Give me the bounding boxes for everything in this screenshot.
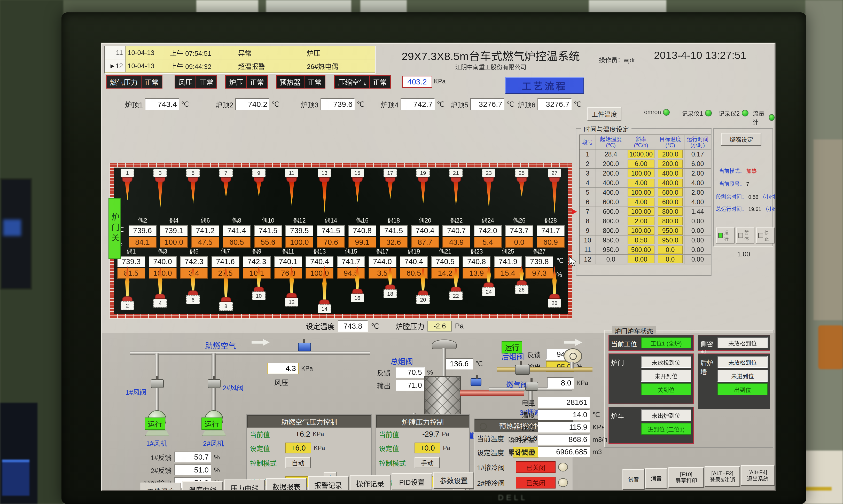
burner-number: 2: [121, 301, 134, 310]
run-button[interactable]: 运行: [716, 228, 735, 244]
air-control-valve-icon[interactable]: [298, 343, 311, 352]
nav-button-参数设置[interactable]: 参数设置: [433, 472, 474, 489]
nav-button-工件温度[interactable]: 工件温度: [141, 483, 181, 491]
operator-name: wjdr: [624, 56, 635, 64]
schedule-cell[interactable]: 100.00: [626, 207, 656, 216]
burner-number: 24: [482, 287, 495, 296]
schedule-cell[interactable]: 0.00: [626, 255, 656, 264]
schedule-cell[interactable]: 200.0: [656, 159, 684, 168]
alarm-date: 10-04-13: [126, 49, 168, 57]
system-button-消音[interactable]: 消音: [645, 468, 667, 489]
editable-setpoint[interactable]: 4.00: [628, 179, 654, 187]
nav-button-操作记录[interactable]: 操作记录: [350, 475, 391, 491]
editable-setpoint[interactable]: 400.0: [658, 169, 683, 177]
schedule-cell[interactable]: 200.0: [656, 149, 684, 159]
schedule-cell: 1: [579, 149, 596, 159]
air-valve1-icon[interactable]: [151, 379, 164, 388]
air-pressure-caption: 风压: [274, 377, 288, 387]
schedule-cell[interactable]: 600.0: [656, 197, 684, 207]
status-box: 关到位: [641, 383, 691, 395]
editable-setpoint[interactable]: 400.0: [658, 179, 683, 187]
burner-setting-button[interactable]: 烧嘴设定: [721, 133, 761, 146]
editable-setpoint[interactable]: 0.00: [628, 255, 654, 263]
schedule-cell[interactable]: 4.00: [626, 178, 656, 188]
editable-setpoint[interactable]: 0.0: [658, 255, 683, 263]
burner-top-9: 9: [251, 168, 266, 214]
burner-nozzle-icon: [385, 285, 395, 289]
system-button-试音[interactable]: 试音: [623, 469, 645, 490]
editable-setpoint[interactable]: 600.0: [658, 188, 683, 197]
nav-button-PID设置[interactable]: PID设置: [392, 473, 432, 490]
editable-setpoint[interactable]: 1000.00: [628, 150, 654, 158]
editable-setpoint[interactable]: 950.0: [658, 236, 683, 244]
editable-setpoint[interactable]: 100.00: [628, 207, 654, 216]
schedule-cell[interactable]: 2.00: [626, 216, 656, 226]
editable-setpoint[interactable]: 600.0: [658, 198, 683, 206]
editable-setpoint[interactable]: 950.0: [658, 227, 683, 235]
gas-readout-瞬时流量: 瞬时流量868.6m3/h: [494, 434, 607, 445]
flame-icon: [453, 182, 459, 207]
system-button-[Alt+F4]退出系统[interactable]: [Alt+F4]退出系统: [741, 465, 775, 486]
air-mode-button[interactable]: 自动: [285, 457, 311, 468]
alarm-row[interactable]: ▶1210-04-13上午 09:44:32超温报警26#热电偶: [105, 59, 375, 73]
readout-unit: %: [214, 466, 220, 474]
editable-setpoint[interactable]: 200.0: [658, 150, 683, 158]
alarm-row[interactable]: 1110-04-13上午 07:54:51异常炉压: [105, 46, 375, 59]
schedule-cell[interactable]: 600.0: [656, 188, 684, 197]
editable-setpoint[interactable]: 800.0: [658, 217, 683, 225]
schedule-header: 运行时间(小时): [684, 135, 711, 149]
editable-setpoint[interactable]: 100.00: [628, 227, 654, 235]
editable-setpoint[interactable]: 2.00: [628, 217, 654, 225]
editable-setpoint[interactable]: 100.00: [628, 188, 654, 197]
stop-button[interactable]: 停止: [756, 228, 774, 244]
workpiece-temp-button[interactable]: 工件温度: [587, 107, 622, 121]
schedule-cell[interactable]: 0.50: [626, 235, 656, 245]
system-button-[ALT+F2]登录&注销[interactable]: [ALT+F2]登录&注销: [704, 466, 740, 487]
editable-setpoint[interactable]: 500.00: [628, 246, 654, 254]
schedule-cell[interactable]: 100.00: [626, 168, 656, 178]
schedule-cell[interactable]: 950.0: [656, 226, 684, 235]
cold-valve2-icon[interactable]: [558, 478, 568, 487]
schedule-cell[interactable]: 950.0: [656, 235, 684, 245]
editable-setpoint[interactable]: 6.00: [628, 160, 654, 168]
status-stack: 工位1 (全炉): [641, 338, 691, 348]
process-flow-button[interactable]: 工艺流程: [505, 77, 584, 94]
schedule-cell[interactable]: 6.00: [626, 159, 656, 168]
schedule-cell[interactable]: 1000.00: [626, 149, 656, 159]
roof-temp-value: 3276.7: [470, 98, 504, 110]
editable-setpoint[interactable]: 0.50: [628, 236, 654, 244]
schedule-cell[interactable]: 0.0: [656, 255, 684, 264]
nav-button-压力曲线[interactable]: 压力曲线: [224, 480, 265, 491]
schedule-cell[interactable]: 4.00: [626, 197, 656, 207]
schedule-cell[interactable]: 100.00: [626, 226, 656, 235]
editable-setpoint[interactable]: 100.00: [628, 169, 654, 177]
schedule-cell[interactable]: 400.0: [656, 168, 684, 178]
schedule-cell[interactable]: 400.0: [656, 178, 684, 188]
air-valve2-icon[interactable]: [208, 379, 220, 388]
nav-button-报警记录[interactable]: 报警记录: [308, 476, 349, 491]
schedule-cell[interactable]: 100.00: [626, 188, 656, 197]
schedule-cell[interactable]: 500.00: [626, 245, 656, 255]
nav-button-数据报表[interactable]: 数据报表: [266, 478, 307, 491]
tc-temp-value: 741.4: [222, 225, 251, 236]
editable-setpoint[interactable]: 200.0: [658, 160, 683, 168]
pause-button[interactable]: 暂停: [736, 228, 755, 244]
schedule-cell[interactable]: 0.0: [656, 245, 684, 255]
fp-mode-button[interactable]: 手动: [414, 457, 440, 468]
schedule-row: 8800.02.00800.00.00: [579, 216, 711, 226]
pause-indicator: [738, 233, 743, 238]
schedule-cell[interactable]: 800.0: [656, 216, 684, 226]
nav-button-温度曲线[interactable]: 温度曲线: [182, 481, 223, 491]
editable-setpoint[interactable]: 800.0: [658, 207, 683, 216]
editable-setpoint[interactable]: 4.00: [628, 198, 654, 206]
cold-valve1-icon[interactable]: [558, 463, 568, 471]
editable-setpoint[interactable]: 0.0: [658, 246, 683, 254]
schedule-cell: 600.0: [596, 197, 626, 207]
fp-set-value[interactable]: +0.0: [414, 443, 441, 453]
gas-valve-icon[interactable]: [515, 365, 530, 375]
air-set-value[interactable]: +6.0: [285, 443, 311, 453]
total-runtime-value: 19.61: [749, 206, 761, 212]
door-status-panel-炉门: 炉门未放松到位未开到位关到位: [609, 354, 694, 404]
schedule-cell[interactable]: 800.0: [656, 207, 684, 216]
system-button-[F10]屏幕打印[interactable]: [F10]屏幕打印: [668, 467, 704, 488]
